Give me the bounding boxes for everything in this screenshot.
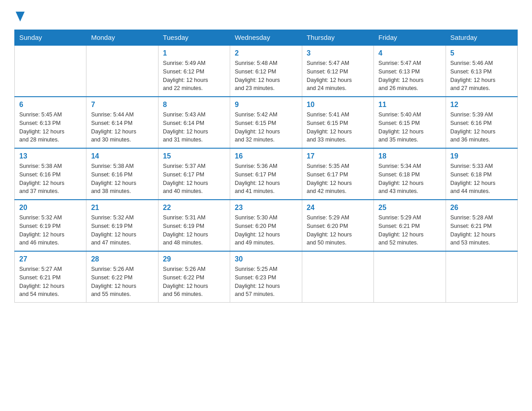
page-header: [14, 11, 518, 21]
calendar-cell: 25Sunrise: 5:29 AM Sunset: 6:21 PM Dayli…: [374, 200, 446, 251]
calendar-cell: 17Sunrise: 5:35 AM Sunset: 6:17 PM Dayli…: [302, 148, 373, 200]
day-number: 16: [235, 152, 297, 160]
calendar-cell: 30Sunrise: 5:25 AM Sunset: 6:23 PM Dayli…: [230, 251, 302, 303]
week-row-4: 20Sunrise: 5:32 AM Sunset: 6:19 PM Dayli…: [15, 200, 518, 251]
day-number: 18: [378, 152, 441, 160]
day-number: 11: [378, 101, 441, 109]
day-number: 20: [19, 204, 82, 212]
weekday-header-monday: Monday: [86, 30, 158, 46]
day-info: Sunrise: 5:42 AM Sunset: 6:15 PM Dayligh…: [235, 111, 297, 144]
day-info: Sunrise: 5:48 AM Sunset: 6:12 PM Dayligh…: [235, 59, 297, 93]
calendar-cell: 1Sunrise: 5:49 AM Sunset: 6:12 PM Daylig…: [158, 45, 230, 97]
weekday-header-sunday: Sunday: [15, 30, 86, 46]
day-info: Sunrise: 5:26 AM Sunset: 6:22 PM Dayligh…: [91, 265, 153, 299]
week-row-5: 27Sunrise: 5:27 AM Sunset: 6:21 PM Dayli…: [15, 251, 518, 303]
calendar-cell: [374, 251, 446, 303]
day-number: 30: [235, 255, 297, 263]
day-info: Sunrise: 5:46 AM Sunset: 6:13 PM Dayligh…: [450, 59, 513, 93]
week-row-2: 6Sunrise: 5:45 AM Sunset: 6:13 PM Daylig…: [15, 97, 518, 148]
day-number: 1: [163, 49, 225, 57]
calendar-cell: 22Sunrise: 5:31 AM Sunset: 6:19 PM Dayli…: [158, 200, 230, 251]
day-number: 21: [91, 204, 153, 212]
weekday-header-friday: Friday: [374, 30, 446, 46]
day-info: Sunrise: 5:25 AM Sunset: 6:23 PM Dayligh…: [235, 265, 297, 299]
calendar-cell: 6Sunrise: 5:45 AM Sunset: 6:13 PM Daylig…: [15, 97, 86, 148]
day-info: Sunrise: 5:37 AM Sunset: 6:17 PM Dayligh…: [163, 162, 225, 196]
weekday-header-tuesday: Tuesday: [158, 30, 230, 46]
weekday-header-saturday: Saturday: [446, 30, 517, 46]
calendar-cell: 5Sunrise: 5:46 AM Sunset: 6:13 PM Daylig…: [446, 45, 517, 97]
calendar-cell: 16Sunrise: 5:36 AM Sunset: 6:17 PM Dayli…: [230, 148, 302, 200]
logo: [14, 11, 25, 21]
day-info: Sunrise: 5:26 AM Sunset: 6:22 PM Dayligh…: [163, 265, 225, 299]
day-info: Sunrise: 5:39 AM Sunset: 6:16 PM Dayligh…: [450, 111, 513, 144]
day-info: Sunrise: 5:45 AM Sunset: 6:13 PM Dayligh…: [19, 111, 82, 144]
day-number: 29: [163, 255, 225, 263]
day-number: 19: [450, 152, 513, 160]
day-info: Sunrise: 5:32 AM Sunset: 6:19 PM Dayligh…: [19, 214, 82, 247]
calendar-cell: 2Sunrise: 5:48 AM Sunset: 6:12 PM Daylig…: [230, 45, 302, 97]
calendar-header-row: SundayMondayTuesdayWednesdayThursdayFrid…: [15, 30, 518, 46]
calendar-cell: 21Sunrise: 5:32 AM Sunset: 6:19 PM Dayli…: [86, 200, 158, 251]
day-info: Sunrise: 5:31 AM Sunset: 6:19 PM Dayligh…: [163, 214, 225, 247]
calendar-cell: 27Sunrise: 5:27 AM Sunset: 6:21 PM Dayli…: [15, 251, 86, 303]
calendar-cell: 15Sunrise: 5:37 AM Sunset: 6:17 PM Dayli…: [158, 148, 230, 200]
day-info: Sunrise: 5:30 AM Sunset: 6:20 PM Dayligh…: [235, 214, 297, 247]
day-info: Sunrise: 5:47 AM Sunset: 6:12 PM Dayligh…: [307, 59, 369, 93]
calendar-cell: 18Sunrise: 5:34 AM Sunset: 6:18 PM Dayli…: [374, 148, 446, 200]
day-info: Sunrise: 5:27 AM Sunset: 6:21 PM Dayligh…: [19, 265, 82, 299]
day-number: 13: [19, 152, 82, 160]
day-info: Sunrise: 5:47 AM Sunset: 6:13 PM Dayligh…: [378, 59, 441, 93]
week-row-1: 1Sunrise: 5:49 AM Sunset: 6:12 PM Daylig…: [15, 45, 518, 97]
calendar-cell: 29Sunrise: 5:26 AM Sunset: 6:22 PM Dayli…: [158, 251, 230, 303]
calendar-table: SundayMondayTuesdayWednesdayThursdayFrid…: [14, 30, 518, 303]
day-number: 25: [378, 204, 441, 212]
calendar-cell: 3Sunrise: 5:47 AM Sunset: 6:12 PM Daylig…: [302, 45, 373, 97]
day-info: Sunrise: 5:29 AM Sunset: 6:20 PM Dayligh…: [307, 214, 369, 247]
calendar-cell: 7Sunrise: 5:44 AM Sunset: 6:14 PM Daylig…: [86, 97, 158, 148]
calendar-cell: [302, 251, 373, 303]
logo-triangle-icon: [16, 12, 25, 21]
day-info: Sunrise: 5:33 AM Sunset: 6:18 PM Dayligh…: [450, 162, 513, 196]
calendar-cell: 10Sunrise: 5:41 AM Sunset: 6:15 PM Dayli…: [302, 97, 373, 148]
day-number: 14: [91, 152, 153, 160]
day-info: Sunrise: 5:38 AM Sunset: 6:16 PM Dayligh…: [19, 162, 82, 196]
day-info: Sunrise: 5:41 AM Sunset: 6:15 PM Dayligh…: [307, 111, 369, 144]
day-number: 12: [450, 101, 513, 109]
day-info: Sunrise: 5:43 AM Sunset: 6:14 PM Dayligh…: [163, 111, 225, 144]
calendar-cell: 19Sunrise: 5:33 AM Sunset: 6:18 PM Dayli…: [446, 148, 517, 200]
day-info: Sunrise: 5:44 AM Sunset: 6:14 PM Dayligh…: [91, 111, 153, 144]
calendar-cell: 13Sunrise: 5:38 AM Sunset: 6:16 PM Dayli…: [15, 148, 86, 200]
day-info: Sunrise: 5:34 AM Sunset: 6:18 PM Dayligh…: [378, 162, 441, 196]
calendar-cell: 9Sunrise: 5:42 AM Sunset: 6:15 PM Daylig…: [230, 97, 302, 148]
day-number: 24: [307, 204, 369, 212]
calendar-cell: 11Sunrise: 5:40 AM Sunset: 6:15 PM Dayli…: [374, 97, 446, 148]
day-number: 22: [163, 204, 225, 212]
calendar-cell: [86, 45, 158, 97]
calendar-cell: 20Sunrise: 5:32 AM Sunset: 6:19 PM Dayli…: [15, 200, 86, 251]
day-number: 23: [235, 204, 297, 212]
day-number: 6: [19, 101, 82, 109]
day-number: 8: [163, 101, 225, 109]
calendar-cell: 14Sunrise: 5:38 AM Sunset: 6:16 PM Dayli…: [86, 148, 158, 200]
calendar-cell: 8Sunrise: 5:43 AM Sunset: 6:14 PM Daylig…: [158, 97, 230, 148]
calendar-cell: 23Sunrise: 5:30 AM Sunset: 6:20 PM Dayli…: [230, 200, 302, 251]
day-info: Sunrise: 5:40 AM Sunset: 6:15 PM Dayligh…: [378, 111, 441, 144]
calendar-cell: [446, 251, 517, 303]
day-number: 5: [450, 49, 513, 57]
calendar-cell: [15, 45, 86, 97]
day-info: Sunrise: 5:49 AM Sunset: 6:12 PM Dayligh…: [163, 59, 225, 93]
weekday-header-thursday: Thursday: [302, 30, 373, 46]
day-number: 4: [378, 49, 441, 57]
day-number: 2: [235, 49, 297, 57]
calendar-cell: 12Sunrise: 5:39 AM Sunset: 6:16 PM Dayli…: [446, 97, 517, 148]
day-number: 17: [307, 152, 369, 160]
day-number: 28: [91, 255, 153, 263]
day-number: 27: [19, 255, 82, 263]
calendar-cell: 4Sunrise: 5:47 AM Sunset: 6:13 PM Daylig…: [374, 45, 446, 97]
week-row-3: 13Sunrise: 5:38 AM Sunset: 6:16 PM Dayli…: [15, 148, 518, 200]
day-info: Sunrise: 5:28 AM Sunset: 6:21 PM Dayligh…: [450, 214, 513, 247]
calendar-cell: 28Sunrise: 5:26 AM Sunset: 6:22 PM Dayli…: [86, 251, 158, 303]
day-number: 10: [307, 101, 369, 109]
day-info: Sunrise: 5:38 AM Sunset: 6:16 PM Dayligh…: [91, 162, 153, 196]
